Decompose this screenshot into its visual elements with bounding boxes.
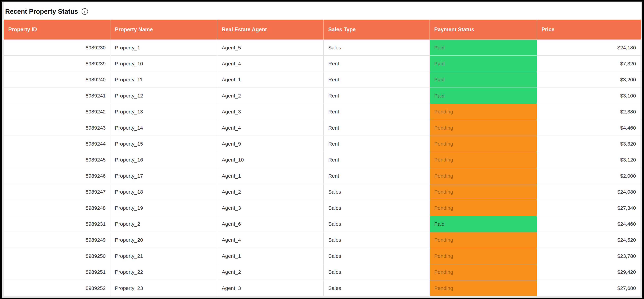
cell-sales_type: Sales [324,200,430,216]
cell-agent: Agent_3 [217,104,324,120]
column-header-payment_status[interactable]: Payment Status [430,19,537,40]
cell-property_id: 8989251 [4,264,110,280]
cell-payment_status: Paid [430,72,537,88]
cell-agent: Agent_5 [217,40,324,56]
cell-agent: Agent_1 [217,72,324,88]
cell-agent: Agent_4 [217,120,324,136]
payment-status-badge: Paid [430,72,537,87]
cell-payment_status: Pending [430,120,537,136]
table-row: 8989240Property_11Agent_1RentPaid$3,200 [4,72,641,88]
table-header-row: Property IDProperty NameReal Estate Agen… [4,19,641,40]
table-row: 8989248Property_19Agent_3SalesPending$27… [4,200,641,216]
cell-property_name: Property_23 [110,280,217,296]
cell-property_name: Property_12 [110,88,217,104]
cell-property_id: 8989241 [4,88,110,104]
payment-status-badge: Paid [430,216,537,232]
table-row: 8989243Property_14Agent_4RentPending$4,4… [4,120,641,136]
cell-agent: Agent_2 [217,264,324,280]
cell-property_name: Property_16 [110,152,217,168]
cell-sales_type: Sales [324,216,430,232]
cell-property_id: 8989250 [4,248,110,264]
payment-status-badge: Pending [430,136,537,152]
cell-property_id: 8989246 [4,168,110,184]
cell-property_id: 8989243 [4,120,110,136]
cell-sales_type: Rent [324,120,430,136]
payment-status-badge: Paid [430,56,537,71]
cell-property_id: 8989245 [4,152,110,168]
cell-price: $4,460 [537,120,641,136]
cell-property_id: 8989242 [4,104,110,120]
cell-property_name: Property_20 [110,232,217,248]
cell-payment_status: Pending [430,200,537,216]
cell-agent: Agent_3 [217,280,324,296]
cell-property_name: Property_13 [110,104,217,120]
cell-property_name: Property_19 [110,200,217,216]
cell-payment_status: Paid [430,56,537,72]
column-header-property_name[interactable]: Property Name [110,19,217,40]
cell-property_id: 8989230 [4,40,110,56]
cell-price: $27,340 [537,200,641,216]
cell-agent: Agent_6 [217,216,324,232]
widget-title: Recent Property Status [5,8,78,15]
cell-payment_status: Pending [430,168,537,184]
payment-status-badge: Pending [430,104,537,120]
cell-agent: Agent_10 [217,152,324,168]
table-row: 8989245Property_16Agent_10RentPending$3,… [4,152,641,168]
table-row: 8989230Property_1Agent_5SalesPaid$24,180 [4,40,641,56]
cell-sales_type: Rent [324,72,430,88]
cell-payment_status: Pending [430,248,537,264]
payment-status-badge: Pending [430,232,537,248]
payment-status-badge: Pending [430,200,537,216]
cell-payment_status: Pending [430,152,537,168]
cell-sales_type: Rent [324,168,430,184]
payment-status-badge: Pending [430,248,537,264]
table-row: 8989251Property_22Agent_2SalesPending$29… [4,264,641,280]
cell-property_name: Property_22 [110,264,217,280]
cell-price: $3,100 [537,88,641,104]
table-row: 8989231Property_2Agent_6SalesPaid$24,460 [4,216,641,232]
table-header: Property IDProperty NameReal Estate Agen… [4,19,641,40]
column-header-price[interactable]: Price [537,19,641,40]
table-row: 8989247Property_18Agent_2SalesPending$24… [4,184,641,200]
cell-property_name: Property_15 [110,136,217,152]
table-row: 8989239Property_10Agent_4RentPaid$7,320 [4,56,641,72]
cell-property_name: Property_18 [110,184,217,200]
cell-sales_type: Rent [324,88,430,104]
payment-status-badge: Paid [430,40,537,55]
cell-sales_type: Sales [324,264,430,280]
table-row: 8989241Property_12Agent_2RentPaid$3,100 [4,88,641,104]
payment-status-badge: Pending [430,264,537,280]
payment-status-badge: Pending [430,184,537,200]
cell-property_name: Property_10 [110,56,217,72]
cell-price: $24,180 [537,40,641,56]
screenshot-frame: Recent Property Status i Property IDProp… [0,0,644,299]
cell-property_id: 8989240 [4,72,110,88]
recent-property-status-widget: Recent Property Status i Property IDProp… [4,2,641,296]
cell-property_id: 8989231 [4,216,110,232]
cell-sales_type: Sales [324,280,430,296]
table-body: 8989230Property_1Agent_5SalesPaid$24,180… [4,40,641,296]
cell-property_name: Property_21 [110,248,217,264]
cell-sales_type: Sales [324,184,430,200]
cell-price: $24,520 [537,232,641,248]
cell-property_id: 8989252 [4,280,110,296]
cell-price: $3,120 [537,152,641,168]
cell-price: $23,780 [537,248,641,264]
cell-sales_type: Sales [324,40,430,56]
cell-payment_status: Paid [430,88,537,104]
cell-price: $2,380 [537,104,641,120]
cell-property_id: 8989244 [4,136,110,152]
cell-agent: Agent_1 [217,248,324,264]
cell-payment_status: Pending [430,232,537,248]
column-header-agent[interactable]: Real Estate Agent [217,19,324,40]
cell-agent: Agent_4 [217,56,324,72]
table-row: 8989252Property_23Agent_3SalesPending$27… [4,280,641,296]
widget-header: Recent Property Status i [4,2,641,19]
info-icon[interactable]: i [82,8,88,15]
column-header-sales_type[interactable]: Sales Type [324,19,430,40]
cell-agent: Agent_1 [217,168,324,184]
table-row: 8989249Property_20Agent_4SalesPending$24… [4,232,641,248]
cell-price: $3,200 [537,72,641,88]
cell-price: $27,680 [537,280,641,296]
column-header-property_id[interactable]: Property ID [4,19,110,40]
